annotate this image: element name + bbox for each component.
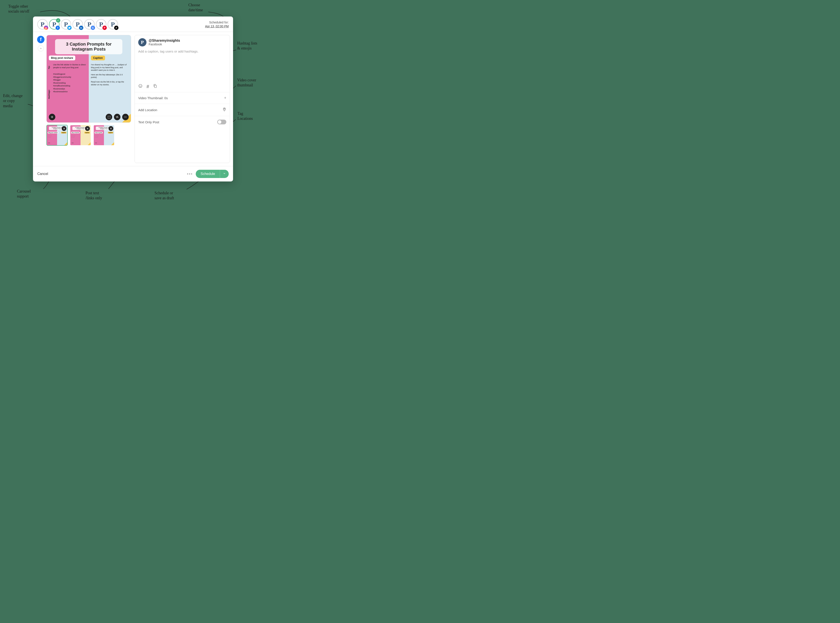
schedule-button-group: Schedule: [196, 170, 229, 178]
modal-footer: Cancel ••• Schedule: [33, 166, 233, 181]
plus-icon: [51, 115, 54, 119]
location-pin-icon[interactable]: [222, 107, 226, 112]
preview-pill-right: Caption: [91, 55, 105, 60]
linkedin-icon: in: [79, 26, 83, 30]
account-row: P @Sharemyinsights Facebook: [135, 35, 230, 47]
social-toggle-instagram[interactable]: P: [37, 19, 48, 29]
preview-p1: I've shared my thoughts on .... (subject…: [91, 63, 129, 72]
svg-point-1: [46, 28, 46, 28]
preview-p2: Here are the key takeaways: (list 2-3 po…: [91, 74, 129, 79]
preview-title: 3 Caption Prompts for Instagram Posts: [55, 39, 123, 54]
decorative-triangle: [88, 142, 91, 145]
preview-title-text: 3 Caption Prompts for Instagram Posts: [60, 42, 118, 52]
remove-thumb-button[interactable]: ✕: [85, 126, 90, 131]
dots-icon: [124, 115, 127, 119]
schedule-dropdown-button[interactable]: [220, 170, 229, 178]
hashtags-label: Hashtags:: [48, 89, 50, 99]
thumb-body-text: · ······ ··· ····· ···· ·· ······ ··· ··…: [95, 135, 99, 138]
pinterest-icon: P: [103, 26, 107, 30]
modal-body: f 3 Caption Prompts for Instagram Posts …: [33, 32, 233, 166]
svg-point-4: [125, 117, 126, 117]
text-only-toggle[interactable]: [217, 120, 226, 124]
emoji-picker-button[interactable]: [138, 84, 143, 89]
schedule-button[interactable]: Schedule: [196, 170, 220, 178]
preview-p3: Read now via the link in bio, or tap the…: [91, 81, 129, 86]
thumb-arrow-icon: »»: [72, 142, 74, 144]
plus-icon[interactable]: +: [224, 96, 226, 100]
twitter-icon: [67, 26, 72, 30]
thumb-pill-left: How to guide: [95, 132, 103, 134]
svg-point-6: [139, 84, 142, 88]
more-options-button[interactable]: •••: [187, 172, 193, 176]
facebook-icon: f: [55, 26, 60, 30]
media-column: 3 Caption Prompts for Instagram Posts Bl…: [46, 35, 132, 163]
facebook-icon[interactable]: f: [37, 36, 44, 43]
collapse-button[interactable]: [38, 45, 44, 51]
svg-point-5: [126, 117, 127, 117]
social-toggles: P P f ✓ P P in P G P P: [37, 19, 118, 29]
tip-label: Tip:: [48, 66, 50, 69]
scheduled-for-label: Scheduled for:: [205, 21, 229, 24]
svg-point-8: [141, 85, 141, 86]
saved-captions-button[interactable]: [153, 84, 157, 89]
hashtag-button[interactable]: #: [147, 84, 149, 89]
add-location-label: Add Location: [138, 108, 157, 112]
swap-icon: [115, 115, 119, 119]
add-location-row[interactable]: Add Location: [135, 104, 230, 116]
expand-media-button[interactable]: [106, 114, 112, 120]
media-preview: 3 Caption Prompts for Instagram Posts Bl…: [46, 35, 131, 123]
emoji-icon: [138, 84, 143, 88]
chevron-down-icon: [223, 172, 226, 175]
social-toggle-facebook[interactable]: P f ✓: [49, 19, 60, 29]
decorative-triangle: [64, 142, 67, 145]
decorative-triangle: [111, 142, 114, 145]
thumb-arrow-icon: »»: [48, 142, 50, 144]
social-toggle-twitter[interactable]: P: [61, 19, 71, 29]
caption-input[interactable]: [138, 49, 226, 75]
preview-pill-left: Blog post reshare: [49, 55, 75, 60]
expand-icon: [107, 115, 111, 119]
remove-thumb-button[interactable]: ✕: [61, 126, 66, 131]
more-media-button[interactable]: [122, 114, 129, 120]
video-thumbnail-label: Video Thumbnail: 0s: [138, 96, 168, 100]
remove-thumb-button[interactable]: ✕: [109, 126, 113, 131]
carousel-thumb[interactable]: 3 Caption Prompts for Instagram Posts Bl…: [46, 125, 68, 146]
thumb-body-text: · ······ ··· ····· ···· ·· ······ ··· ··…: [48, 135, 52, 138]
scheduled-datetime[interactable]: Apr 13, 02:00 PM: [205, 25, 229, 28]
text-only-label: Text Only Post: [138, 120, 159, 124]
video-thumbnail-row[interactable]: Video Thumbnail: 0s +: [135, 92, 230, 104]
carousel-thumb[interactable]: 3 Caption Prompts for Instagram Posts Ho…: [93, 125, 115, 146]
carousel-thumb[interactable]: 3 Caption Prompts for Instagram Posts Da…: [70, 125, 91, 146]
thumb-pill-right: Caption: [108, 132, 113, 134]
tip-text: Use the link sticker in Stories to direc…: [53, 63, 87, 69]
add-media-button[interactable]: [49, 114, 55, 120]
account-platform: Facebook: [149, 43, 180, 46]
caption-tools: #: [135, 83, 230, 92]
platform-rail: f: [36, 35, 46, 163]
account-avatar: P: [138, 38, 147, 46]
cancel-button[interactable]: Cancel: [37, 172, 48, 176]
social-toggle-pinterest[interactable]: P P: [96, 19, 106, 29]
carousel-thumbs: 3 Caption Prompts for Instagram Posts Bl…: [46, 125, 131, 146]
thumb-pill-left: Day in the life: [71, 132, 80, 134]
check-icon: ✓: [56, 18, 60, 23]
google-icon: G: [91, 26, 95, 30]
svg-point-3: [124, 117, 125, 117]
social-toggle-tiktok[interactable]: P: [107, 19, 118, 29]
svg-rect-9: [155, 85, 156, 88]
chevron-up-icon: [40, 47, 42, 50]
copy-icon: [153, 84, 157, 88]
instagram-icon: [44, 26, 48, 30]
svg-point-2: [46, 27, 47, 28]
thumb-arrow-icon: »»: [95, 142, 97, 144]
social-toggle-google[interactable]: P G: [84, 19, 95, 29]
thumb-pill-right: Caption: [84, 132, 90, 134]
text-only-row: Text Only Post: [135, 116, 230, 128]
account-handle: @Sharemyinsights: [149, 38, 180, 43]
tiktok-icon: [114, 26, 118, 30]
svg-point-7: [139, 85, 140, 86]
hashtags-text: #newblogpost#bloggerscommunity#blogger#b…: [53, 73, 87, 94]
swap-media-button[interactable]: [114, 114, 120, 120]
social-toggle-linkedin[interactable]: P in: [72, 19, 83, 29]
thumb-pill-left: Blog post reshare: [48, 132, 58, 134]
